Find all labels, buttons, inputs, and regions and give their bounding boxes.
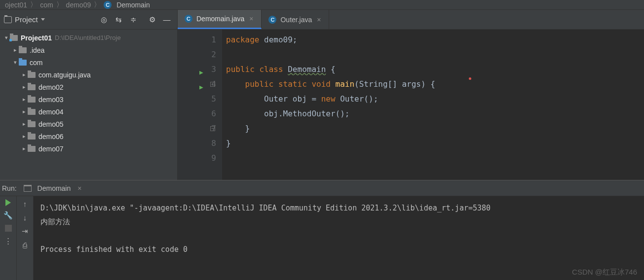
breadcrumb-part[interactable]: demo09 (66, 1, 91, 9)
code-editor[interactable]: package demo09; public class Demomain { … (222, 30, 644, 180)
expand-arrow-icon[interactable] (12, 59, 19, 66)
sidebar-title[interactable]: Project (15, 15, 38, 24)
line-number: 3 (178, 62, 216, 77)
folder-icon (19, 47, 27, 53)
expand-arrow-icon[interactable] (21, 121, 28, 127)
error-marker-icon[interactable] (469, 77, 471, 80)
wrap-icon[interactable]: ⇥ (21, 227, 30, 236)
fold-icon[interactable]: − (210, 82, 215, 87)
folder-icon (28, 146, 36, 152)
expand-arrow-icon[interactable] (12, 47, 19, 53)
line-number-gutter[interactable]: ▶ ▶ − − 1 2 3 4 5 6 7 8 9 (178, 30, 222, 180)
run-tools-primary: 🔧 ⋮ (0, 196, 17, 280)
line-number: 6 (178, 106, 216, 121)
run-panel: Run: Demomain × 🔧 ⋮ ↑ ↓ ⇥ ⎙ D:\JDK\bin\j… (0, 180, 644, 280)
expand-arrow-icon[interactable] (21, 133, 28, 140)
line-number: 8 (178, 136, 216, 151)
run-tab-label[interactable]: Demomain (38, 184, 71, 192)
folder-icon (10, 35, 18, 41)
line-number: 2 (178, 47, 216, 62)
run-gutter-icon[interactable]: ▶ (199, 80, 203, 95)
tree-item-atguigu[interactable]: com.atguigu.java (0, 69, 177, 81)
breadcrumb: oject01 〉 com 〉 demo09 〉 C Demomain (0, 0, 644, 10)
run-tools-secondary: ↑ ↓ ⇥ ⎙ (17, 196, 34, 280)
line-number: 1 (178, 33, 216, 47)
expand-arrow-icon[interactable] (21, 108, 28, 115)
java-class-icon: C (268, 16, 276, 24)
folder-icon (19, 60, 27, 66)
console-line: Process finished with exit code 0 (40, 245, 188, 254)
line-number: 9 (178, 151, 216, 166)
breadcrumb-part[interactable]: com (40, 1, 53, 9)
project-tree: Project01 D:\IDEA\untitled1\Proje .idea … (0, 30, 177, 180)
tree-label: demo04 (38, 108, 64, 116)
tab-label: Demomain.java (196, 15, 244, 23)
expand-arrow-icon[interactable] (3, 35, 10, 41)
tree-label: com.atguigu.java (38, 71, 91, 79)
tree-label: demo03 (38, 96, 64, 104)
project-sidebar: Project ◎ ⇆ ≑ ⚙ ― Project01 D:\IDEA\unti… (0, 10, 178, 180)
fold-icon[interactable]: − (210, 126, 215, 131)
tree-item-demo07[interactable]: demo07 (0, 142, 177, 155)
collapse-icon[interactable]: ≑ (127, 13, 140, 26)
java-class-icon: C (185, 15, 192, 23)
tree-item-demo06[interactable]: demo06 (0, 130, 177, 142)
bug-icon[interactable]: ⋮ (4, 237, 13, 245)
expand-arrow-icon[interactable] (21, 71, 28, 78)
tree-label: .idea (30, 46, 44, 54)
tree-item-demo04[interactable]: demo04 (0, 105, 177, 118)
chevron-icon: 〉 (94, 0, 101, 9)
breadcrumb-part[interactable]: Demomain (116, 1, 150, 9)
tree-label: demo05 (38, 120, 64, 128)
gear-icon[interactable]: ⚙ (146, 13, 158, 26)
tree-label: demo02 (38, 83, 64, 91)
java-icon: C (104, 1, 112, 9)
close-icon[interactable]: × (76, 184, 82, 192)
console-output[interactable]: D:\JDK\bin\java.exe "-javaagent:D:\IDEA\… (34, 196, 644, 280)
console-line: D:\JDK\bin\java.exe "-javaagent:D:\IDEA\… (40, 204, 491, 212)
chevron-down-icon[interactable] (41, 18, 45, 21)
folder-icon (28, 97, 36, 103)
folder-icon (28, 121, 36, 127)
wrench-icon[interactable]: 🔧 (4, 211, 13, 220)
tab-demomain[interactable]: C Demomain.java × (178, 10, 262, 29)
run-gutter-icon[interactable]: ▶ (199, 65, 203, 80)
console-line: 内部方法 (40, 217, 70, 226)
tree-root[interactable]: Project01 D:\IDEA\untitled1\Proje (0, 32, 177, 44)
tree-label: demo06 (38, 133, 64, 140)
run-label: Run: (2, 184, 17, 192)
breadcrumb-part[interactable]: oject01 (5, 1, 27, 9)
play-icon[interactable] (5, 199, 11, 206)
tab-outer[interactable]: C Outer.java × (262, 10, 329, 29)
minimize-icon[interactable]: ― (160, 13, 173, 26)
target-icon[interactable]: ◎ (97, 13, 110, 26)
folder-icon (28, 109, 36, 115)
sidebar-header: Project ◎ ⇆ ≑ ⚙ ― (0, 10, 177, 30)
folder-icon (28, 134, 36, 140)
tree-path: D:\IDEA\untitled1\Proje (55, 34, 121, 41)
stop-icon[interactable] (5, 225, 12, 232)
close-icon[interactable]: × (316, 16, 322, 24)
tree-label: com (30, 59, 42, 67)
expand-arrow-icon[interactable] (21, 96, 28, 103)
tree-item-demo03[interactable]: demo03 (0, 93, 177, 105)
export-icon[interactable]: ⎙ (21, 241, 30, 249)
tree-label: Project01 (21, 34, 52, 42)
down-arrow-icon[interactable]: ↓ (21, 213, 30, 222)
expand-arrow-icon[interactable] (21, 145, 28, 152)
tree-item-demo05[interactable]: demo05 (0, 118, 177, 130)
tab-label: Outer.java (280, 16, 312, 24)
tree-item-com[interactable]: com (0, 56, 177, 69)
editor-tabs: C Demomain.java × C Outer.java × (178, 10, 644, 30)
up-arrow-icon[interactable]: ↑ (21, 199, 30, 208)
run-panel-header: Run: Demomain × (0, 180, 644, 196)
editor-area: C Demomain.java × C Outer.java × ▶ ▶ − − (178, 10, 644, 180)
expand-icon[interactable]: ⇆ (112, 13, 125, 26)
folder-icon (28, 84, 36, 90)
close-icon[interactable]: × (248, 15, 254, 23)
tree-item-demo02[interactable]: demo02 (0, 81, 177, 93)
tree-item-idea[interactable]: .idea (0, 44, 177, 56)
chevron-icon: 〉 (56, 0, 63, 9)
expand-arrow-icon[interactable] (21, 84, 28, 90)
watermark: CSDN @红豆冰746 (572, 268, 637, 277)
